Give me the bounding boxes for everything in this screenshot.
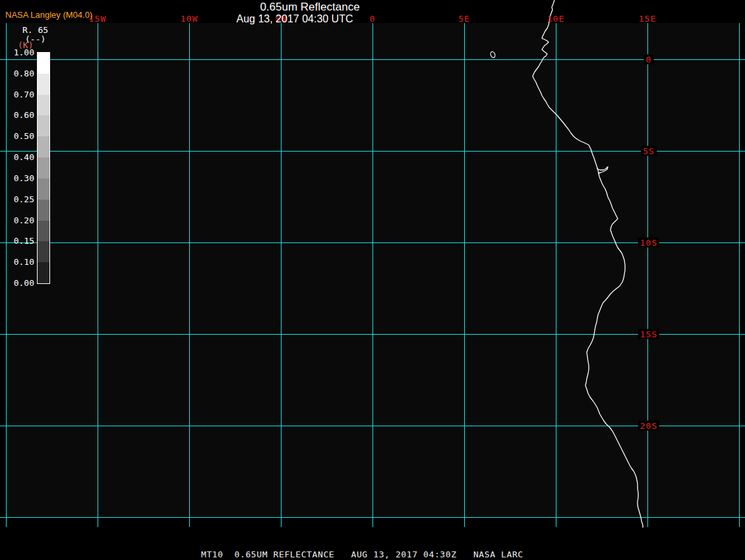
longitude-label-15E: 15E: [639, 14, 656, 23]
colorbar-tick-0.00: 0.00: [7, 279, 34, 287]
satellite-reflectance-viewer: 15W10W5W05E10E15E05S10S15S20S 0.65um Ref…: [0, 0, 745, 560]
colorbar-segment-5: [38, 157, 49, 179]
colorbar-tick-0.15: 0.15: [7, 237, 34, 245]
longitude-label-10E: 10E: [547, 14, 564, 23]
timestamp: Aug 13, 2017 04:30 UTC: [236, 13, 353, 24]
longitude-label-5E: 5E: [458, 14, 470, 23]
colorbar-segment-0: [38, 53, 49, 74]
colorbar-segment-9: [38, 241, 49, 262]
colorbar-tick-0.20: 0.20: [7, 216, 34, 225]
nasa-credit-label: NASA Langley (M04.0): [5, 11, 92, 19]
colorbar-segment-7: [38, 200, 49, 221]
colorbar-title: R. 65: [22, 26, 48, 34]
colorbar-tick-0.60: 0.60: [7, 111, 34, 119]
colorbar-segment-3: [38, 115, 49, 136]
longitude-label-10W: 10W: [181, 14, 198, 23]
colorbar-segment-6: [38, 179, 49, 200]
latitude-label-0: 0: [644, 55, 654, 65]
grid-label-layer: 15W10W5W05E10E15E05S10S15S20S: [0, 0, 745, 560]
footer-caption: MT10 0.65UM REFLECTANCE AUG 13, 2017 04:…: [201, 550, 523, 559]
colorbar-gradient-bar: [37, 52, 50, 284]
longitude-label-0: 0: [370, 14, 376, 23]
colorbar-tick-0.80: 0.80: [7, 69, 34, 78]
colorbar-tick-0.70: 0.70: [7, 90, 34, 99]
latitude-label-20S: 20S: [638, 421, 659, 431]
colorbar-segment-8: [38, 221, 49, 242]
colorbar-segment-10: [38, 262, 49, 283]
colorbar-tick-1.00: 1.00: [7, 48, 34, 57]
colorbar-segment-2: [38, 95, 49, 116]
colorbar-segment-1: [38, 74, 49, 95]
latitude-label-15S: 15S: [638, 329, 659, 339]
colorbar-tick-0.10: 0.10: [7, 258, 34, 266]
colorbar-tick-0.30: 0.30: [7, 174, 34, 182]
colorbar-tick-0.40: 0.40: [7, 153, 34, 161]
colorbar-tick-0.25: 0.25: [7, 195, 34, 204]
colorbar-segment-4: [38, 136, 49, 157]
latitude-label-5S: 5S: [641, 146, 657, 156]
page-title: 0.65um Reflectance: [260, 1, 359, 13]
colorbar-tick-0.50: 0.50: [7, 132, 34, 140]
latitude-label-10S: 10S: [638, 238, 659, 248]
